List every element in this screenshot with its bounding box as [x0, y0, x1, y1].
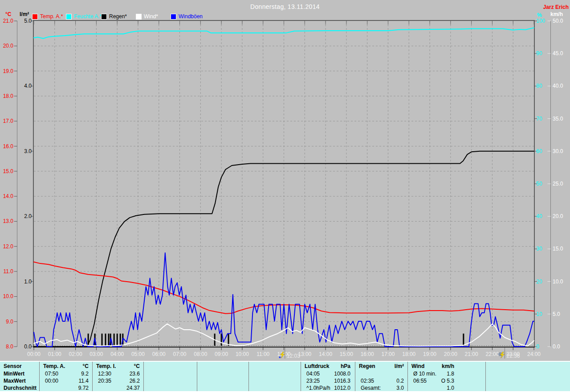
temp-axis-tick-label: 17.0 — [3, 118, 14, 124]
wind-axis-tick-label: 30.0 — [553, 148, 563, 154]
temp-axis-tick-label: 8.0 — [6, 344, 13, 350]
dot-icon — [279, 356, 281, 358]
x-axis-tick-label: 15:00 — [340, 351, 353, 357]
table-column — [143, 362, 197, 391]
temp-axis-tick-label: 10.0 — [3, 293, 14, 299]
table-cell: l/m² — [395, 363, 404, 370]
humidity-axis-tick-label: 50 — [536, 181, 542, 187]
table-cell: 12:30 — [98, 370, 111, 377]
x-axis-tick-label: 21:00 — [465, 351, 478, 357]
table-cell: °C — [83, 363, 89, 370]
table-cell: MaxWert — [4, 377, 26, 384]
x-axis-tick-label: 22:00 — [485, 351, 499, 357]
x-axis-tick-label: 11:00 — [256, 351, 269, 357]
x-axis-tick-label: 00:00 — [27, 351, 41, 357]
wind-axis-tick-label: 45.0 — [553, 50, 563, 57]
x-axis-tick-label: 01:00 — [48, 351, 61, 357]
humidity-axis-tick-label: 30 — [536, 246, 542, 252]
x-axis-tick-label: 07:00 — [173, 351, 187, 357]
temp-axis-tick-label: 9.0 — [6, 319, 13, 325]
table-cell: 1012.0 — [334, 384, 350, 392]
table-cell: ^1.0hPa/h — [306, 384, 330, 392]
temp-axis-tick-label: 19.0 — [3, 68, 14, 74]
rain-rate-bar — [102, 334, 103, 346]
event-marker-label: 12:03 — [287, 353, 300, 359]
temp-axis-tick-label: 16.0 — [3, 143, 14, 150]
rain-rate-bar — [221, 334, 222, 346]
table-cell: Luftdruck — [305, 363, 329, 370]
table-cell: O 5.3 — [441, 377, 454, 384]
rain-rate-bar — [463, 334, 464, 346]
temp-axis-tick-label: 21.0 — [3, 18, 14, 24]
wind-axis-tick-label: 0.0 — [553, 344, 560, 350]
temp-axis-tick-label: 12.0 — [3, 243, 14, 250]
table-cell: 07:50 — [45, 370, 58, 377]
table-cell: MinWert — [4, 370, 24, 377]
table-cell: 20:35 — [98, 377, 111, 384]
x-axis-tick-label: 10:00 — [236, 351, 249, 357]
x-axis-tick-label: 20:00 — [444, 351, 457, 357]
rain-rate-bar — [120, 334, 121, 346]
rain-axis-tick-label: 2.0 — [24, 213, 32, 219]
humidity-axis-tick-label: 20 — [536, 279, 542, 285]
temp-axis-tick-label: 15.0 — [3, 168, 14, 174]
rain-rate-bar — [108, 334, 109, 346]
x-axis-tick-label: 08:00 — [194, 351, 207, 357]
stats-table: SensorMinWertMaxWertDurchschnittTemp. A.… — [0, 361, 570, 392]
humidity-axis-tick-label: 90 — [536, 50, 542, 57]
rain-axis-tick-label: 3.0 — [24, 148, 32, 154]
rain-axis-tick-label: 0.0 — [24, 344, 32, 350]
temp-axis-tick-label: 14.0 — [3, 193, 14, 199]
x-axis-tick-label: 06:00 — [152, 351, 166, 357]
chart-plot: 00:0001:0002:0003:0004:0005:0006:0007:00… — [0, 0, 570, 361]
humidity-axis-tick-label: 80 — [536, 83, 542, 89]
humidity-axis-tick-label: 40 — [536, 213, 542, 219]
humidity-axis-tick-label: 10 — [536, 311, 542, 317]
x-axis-tick-label: 03:00 — [90, 351, 103, 357]
table-cell: 00:00 — [45, 377, 58, 384]
table-cell: 23:25 — [306, 377, 320, 384]
table-cell: Sensor — [4, 363, 22, 370]
table-cell: 0.2 — [396, 377, 404, 384]
wind-axis-tick-label: 40.0 — [553, 83, 563, 89]
table-column — [197, 362, 248, 391]
rain-axis-tick-label: 4.0 — [24, 83, 32, 89]
table-cell: 02:35 — [361, 377, 374, 384]
plot-border — [33, 20, 534, 347]
table-cell: 1008.0 — [334, 370, 350, 377]
table-column: Temp. A.°C07:509.200:0011.49.72 — [39, 362, 92, 391]
temp-axis-tick-label: 18.0 — [3, 93, 14, 99]
table-column — [248, 362, 301, 391]
table-cell: 1.8 — [447, 370, 454, 377]
table-cell: Durchschnitt — [4, 384, 37, 392]
table-row-label-column: SensorMinWertMaxWertDurchschnitt — [0, 362, 39, 391]
table-cell: °C — [134, 363, 140, 370]
x-axis-tick-label: 02:00 — [69, 351, 82, 357]
x-axis-tick-label: 14:00 — [319, 351, 332, 357]
table-cell: Wind — [411, 363, 424, 370]
table-cell: 1016.3 — [334, 377, 350, 384]
humidity-axis-tick-label: 100 — [536, 18, 545, 24]
humidity-axis-tick-label: 70 — [536, 116, 542, 122]
table-cell: 24.37 — [126, 384, 140, 392]
table-column: Windkm/hØ 10 min.1.806:55O 5.31.0 — [407, 362, 485, 391]
night-event-icon — [498, 352, 505, 358]
temp-axis-tick-label: 11.0 — [4, 268, 14, 275]
table-cell: Ø 10 min. — [413, 370, 436, 377]
rain-rate-bar — [228, 334, 229, 346]
temp-axis-tick-label: 20.0 — [3, 43, 14, 49]
x-axis-tick-label: 18:00 — [402, 351, 415, 357]
wind-axis-tick-label: 20.0 — [553, 213, 563, 219]
x-axis-tick-label: 04:00 — [110, 351, 124, 357]
table-cell: Regen — [359, 363, 375, 370]
x-axis-tick-label: 16:00 — [361, 351, 374, 357]
table-cell: Gesamt: — [361, 384, 381, 392]
x-axis-tick-label: 05:00 — [131, 351, 145, 357]
wind-axis-tick-label: 25.0 — [553, 181, 563, 187]
x-axis-tick-label: 09:00 — [215, 351, 228, 357]
table-cell: 1.0 — [447, 384, 454, 392]
table-cell: Temp. I. — [96, 363, 116, 370]
wind-axis-tick-label: 10.0 — [553, 279, 563, 285]
rain-axis-tick-label: 5.0 — [24, 18, 32, 24]
table-column: LuftdruckhPa04:051008.023:251016.3^1.0hP… — [301, 362, 355, 391]
